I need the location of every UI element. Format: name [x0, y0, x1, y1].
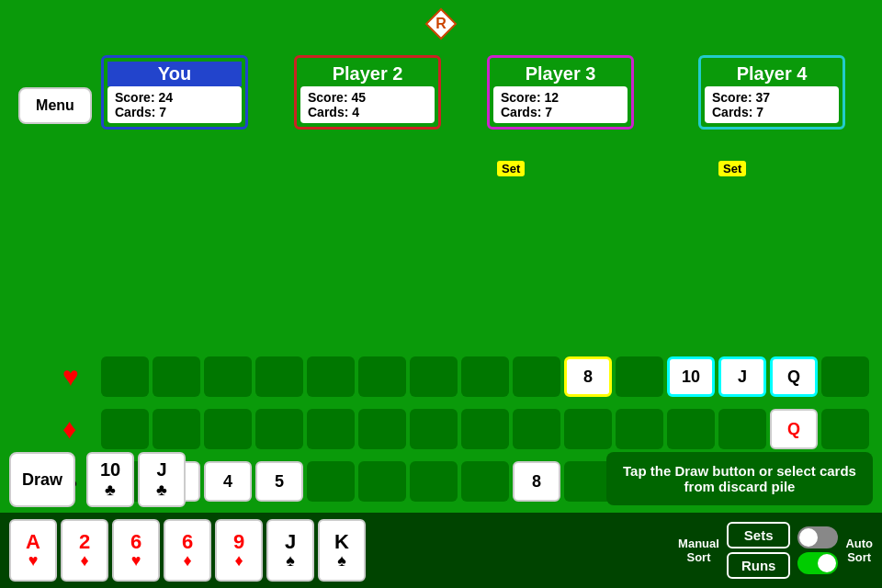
grid-cell-1-13[interactable]: Q: [770, 409, 818, 449]
grid-cell-1-4: [307, 409, 355, 449]
runs-toggle[interactable]: [797, 552, 838, 574]
grid-cell-1-0: [101, 409, 149, 449]
sets-toggle[interactable]: [797, 526, 838, 548]
sets-sort-button[interactable]: Sets: [727, 522, 791, 548]
grid-cell-2-8[interactable]: 8: [513, 461, 560, 502]
hand-card-0[interactable]: A♥: [9, 519, 57, 582]
grid-cell-0-1: [153, 356, 200, 397]
player-panel-you: You Score: 24 Cards: 7: [101, 55, 248, 130]
grid-cell-1-11: [667, 409, 715, 449]
player-panel-p4: Player 4 Score: 37 Cards: 7: [698, 55, 845, 130]
sort-controls: ManualSort Sets Runs AutoSort: [678, 522, 873, 579]
grid-cell-2-7: [461, 461, 509, 502]
grid-cell-0-7: [461, 356, 509, 397]
grid-cell-0-2: [204, 356, 252, 397]
grid-cell-2-9: [564, 461, 612, 502]
draw-button[interactable]: Draw: [9, 452, 75, 507]
player-name-p4: Player 4: [705, 62, 839, 86]
set-label-1: Set: [718, 161, 746, 176]
grid-cell-2-6: [410, 461, 458, 502]
discard-card-1[interactable]: J♣: [138, 452, 186, 507]
grid-cell-0-10: [616, 356, 663, 397]
grid-cell-0-12[interactable]: J: [718, 356, 766, 397]
info-message: Tap the Draw button or select cards from…: [606, 452, 873, 505]
grid-cell-0-13[interactable]: Q: [770, 356, 818, 397]
hand-card-5[interactable]: J♠: [266, 519, 314, 582]
suit-label-0: ♥: [62, 361, 79, 392]
hand-card-6[interactable]: K♠: [318, 519, 366, 582]
hand-card-4[interactable]: 9♦: [215, 519, 263, 582]
player-panel-p2: Player 2 Score: 45 Cards: 4: [294, 55, 441, 130]
grid-cell-1-12: [718, 409, 766, 449]
grid-cell-1-8: [513, 409, 560, 449]
player-stats-p4: Score: 37 Cards: 7: [705, 86, 839, 123]
grid-cell-1-6: [410, 409, 458, 449]
grid-cell-1-10: [616, 409, 663, 449]
grid-row-1: ♦Q: [0, 406, 882, 452]
grid-cell-0-11[interactable]: 10: [667, 356, 715, 397]
grid-cell-2-3[interactable]: 5: [255, 461, 303, 502]
grid-cell-1-5: [358, 409, 406, 449]
player-name-p2: Player 2: [300, 62, 435, 86]
grid-cell-1-14: [821, 409, 869, 449]
grid-cell-1-7: [461, 409, 509, 449]
manual-sort-label: ManualSort: [678, 537, 719, 564]
grid-cell-1-1: [153, 409, 200, 449]
grid-cell-2-2[interactable]: 4: [204, 461, 252, 502]
grid-cell-2-4: [307, 461, 355, 502]
discard-pile[interactable]: 10♣J♣: [86, 452, 186, 507]
player-name-you: You: [107, 62, 242, 86]
grid-cell-0-0: [101, 356, 149, 397]
player-stats-p2: Score: 45 Cards: 4: [300, 86, 435, 123]
player-stats-p3: Score: 12 Cards: 7: [493, 86, 628, 123]
grid-cell-1-9: [564, 409, 612, 449]
discard-card-0[interactable]: 10♣: [86, 452, 134, 507]
grid-cell-0-8: [513, 356, 560, 397]
grid-row-0: ♥810JQ: [0, 354, 882, 400]
hand-card-3[interactable]: 6♦: [164, 519, 211, 582]
grid-cell-0-9[interactable]: 8: [564, 356, 612, 397]
grid-cell-1-3: [255, 409, 303, 449]
player-stats-you: Score: 24 Cards: 7: [107, 86, 242, 123]
game-logo: R: [424, 7, 458, 40]
svg-text:R: R: [435, 16, 447, 31]
auto-sort-label: AutoSort: [845, 537, 873, 564]
grid-cell-2-5: [358, 461, 406, 502]
runs-sort-button[interactable]: Runs: [727, 552, 791, 579]
grid-cell-0-4: [307, 356, 355, 397]
player-panel-p3: Player 3 Score: 12 Cards: 7: [487, 55, 634, 130]
menu-button[interactable]: Menu: [18, 87, 92, 124]
grid-cell-0-6: [410, 356, 458, 397]
player-name-p3: Player 3: [493, 62, 628, 86]
hand-card-2[interactable]: 6♥: [112, 519, 160, 582]
set-label-0: Set: [497, 161, 525, 176]
grid-cell-1-2: [204, 409, 252, 449]
grid-cell-0-5: [358, 356, 406, 397]
suit-label-1: ♦: [62, 413, 76, 445]
draw-area: Draw 10♣J♣: [9, 452, 186, 507]
hand-card-1[interactable]: 2♦: [61, 519, 108, 582]
grid-cell-0-3: [255, 356, 303, 397]
grid-cell-0-14: [821, 356, 869, 397]
